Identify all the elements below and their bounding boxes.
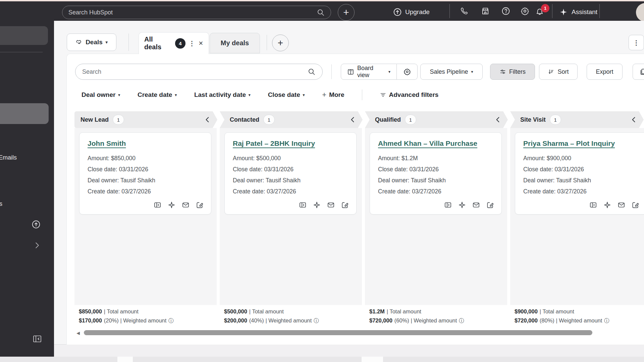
sidebar-item-partial[interactable]: s — [0, 200, 2, 207]
global-search-input[interactable] — [68, 9, 317, 16]
ai-sparkle-icon[interactable] — [168, 201, 175, 209]
weighted-amount: $170,000 — [79, 316, 102, 325]
deal-title-link[interactable]: John Smith — [88, 139, 126, 147]
preview-panel-icon[interactable] — [299, 201, 307, 209]
note-edit-icon[interactable] — [632, 201, 639, 209]
deal-owner: Deal owner: Tausif Shaikh — [88, 175, 203, 186]
sort-button[interactable]: Sort — [539, 64, 578, 80]
email-icon[interactable] — [618, 201, 625, 209]
ai-sparkle-icon[interactable] — [313, 201, 321, 209]
filter-close-date[interactable]: Close date▾ — [268, 91, 305, 99]
pipeline-selector-button[interactable]: Sales Pipeline ▾ — [420, 64, 483, 80]
deal-card[interactable]: Priya Sharma – Plot Inquiry Amount: $900… — [515, 132, 644, 215]
advanced-filters-button[interactable]: Advanced filters — [380, 91, 439, 99]
column-name: New Lead — [80, 116, 109, 123]
column-collapse-icon[interactable] — [495, 117, 500, 123]
filter-more-label: More — [329, 91, 344, 99]
sliders-icon — [499, 68, 506, 75]
horizontal-scrollbar[interactable] — [84, 330, 592, 335]
global-create-button[interactable]: + — [338, 4, 355, 21]
card-quick-actions — [154, 201, 204, 209]
preview-panel-icon[interactable] — [154, 201, 161, 209]
board-view-button[interactable]: Board view ▾ — [341, 64, 397, 80]
ai-sparkle-icon[interactable] — [458, 201, 466, 209]
info-icon[interactable]: ⓘ — [168, 316, 174, 325]
view-settings-gear-button[interactable] — [397, 64, 418, 80]
board-search[interactable] — [75, 64, 323, 80]
card-quick-actions — [589, 201, 639, 209]
tab-options-kebab-icon[interactable]: ⋮ — [189, 40, 195, 47]
board-view-label: Board view — [357, 65, 385, 79]
filter-more[interactable]: +More — [322, 90, 344, 99]
info-icon[interactable]: ⓘ — [604, 316, 609, 325]
view-options-kebab-button[interactable]: ⋮ — [629, 35, 644, 50]
email-icon[interactable] — [327, 201, 335, 209]
tab-all-deals[interactable]: All deals 4 ⋮ ✕ — [139, 32, 209, 54]
preview-panel-icon[interactable] — [589, 201, 597, 209]
sidebar-upgrade-icon[interactable] — [32, 220, 41, 229]
column-count-badge: 1 — [113, 115, 124, 125]
deal-title-link[interactable]: Raj Patel – 2BHK Inquiry — [233, 139, 315, 147]
board-column-new-lead: New Lead 1 John Smith Amount: $850,000 C… — [74, 111, 220, 333]
filter-create-date[interactable]: Create date▾ — [138, 91, 177, 99]
upgrade-button[interactable]: Upgrade — [393, 3, 430, 21]
sidebar-expand-chevron-icon[interactable] — [35, 242, 40, 249]
column-collapse-icon[interactable] — [350, 117, 355, 123]
filter-deal-owner-label: Deal owner — [82, 91, 115, 99]
note-edit-icon[interactable] — [486, 201, 494, 209]
email-icon[interactable] — [472, 201, 480, 209]
info-icon[interactable]: ⓘ — [459, 316, 464, 325]
clipboard-button[interactable] — [633, 64, 644, 80]
help-icon[interactable] — [501, 7, 510, 15]
note-edit-icon[interactable] — [196, 201, 204, 209]
bottom-cutoff-content — [0, 357, 644, 362]
column-footer: $500,000| Total amount $200,000(40%) | W… — [224, 307, 362, 325]
search-icon — [317, 8, 325, 16]
add-view-button[interactable]: + — [272, 35, 289, 51]
email-icon[interactable] — [182, 201, 190, 209]
deal-owner: Deal owner: Tausif Shaikh — [233, 175, 348, 186]
sidebar-nav-block-highlighted[interactable] — [0, 103, 49, 124]
gear-icon — [404, 68, 411, 75]
weighted-amount: $200,000 — [224, 316, 247, 325]
total-amount: $850,000 — [79, 307, 102, 316]
deal-card[interactable]: John Smith Amount: $850,000 Close date: … — [79, 132, 211, 215]
column-collapse-icon[interactable] — [631, 117, 636, 123]
board-column-site-visit: Site Visit 1 Priya Sharma – Plot Inquiry… — [510, 111, 644, 333]
info-icon[interactable]: ⓘ — [314, 316, 319, 325]
deal-title-link[interactable]: Priya Sharma – Plot Inquiry — [523, 139, 615, 147]
tab-my-deals[interactable]: My deals — [210, 33, 260, 53]
note-edit-icon[interactable] — [341, 201, 349, 209]
top-navigation-bar: + Upgrade 1 Assistant — [0, 1, 644, 21]
filters-button[interactable]: Filters — [490, 64, 535, 80]
nav-divider — [552, 4, 552, 18]
column-collapse-icon[interactable] — [205, 117, 210, 123]
object-switcher-label: Deals — [86, 39, 103, 46]
tab-close-icon[interactable]: ✕ — [199, 40, 203, 47]
deal-card[interactable]: Raj Patel – 2BHK Inquiry Amount: $500,00… — [224, 132, 357, 215]
calling-icon[interactable] — [460, 7, 469, 15]
scroll-left-arrow-icon[interactable]: ◀ — [76, 330, 80, 336]
avatar[interactable] — [636, 3, 644, 22]
deal-title-link[interactable]: Ahmed Khan – Villa Purchase — [378, 139, 477, 147]
object-switcher-deals[interactable]: Deals ▾ — [67, 34, 116, 51]
assistant-button[interactable]: Assistant — [559, 3, 597, 21]
sidebar-item-emails[interactable]: Emails — [0, 154, 17, 161]
sidebar-collapse-icon[interactable] — [33, 335, 42, 343]
ai-sparkle-icon[interactable] — [603, 201, 611, 209]
board-search-input[interactable] — [82, 68, 308, 75]
sidebar-nav-block[interactable] — [0, 26, 48, 45]
bottom-cutoff-gap — [117, 357, 133, 362]
filter-deal-owner[interactable]: Deal owner▾ — [82, 91, 120, 99]
deal-owner: Deal owner: Tausif Shaikh — [378, 175, 493, 186]
export-button[interactable]: Export — [587, 64, 623, 80]
chevron-down-icon: ▾ — [388, 69, 390, 74]
marketplace-icon[interactable] — [481, 7, 490, 15]
filter-last-activity-date[interactable]: Last activity date▾ — [194, 91, 251, 99]
global-search[interactable] — [62, 6, 331, 19]
column-count-badge: 1 — [550, 115, 561, 125]
card-quick-actions — [444, 201, 494, 209]
deal-card[interactable]: Ahmed Khan – Villa Purchase Amount: $1.2… — [370, 132, 502, 215]
settings-icon[interactable] — [521, 7, 529, 15]
preview-panel-icon[interactable] — [444, 201, 452, 209]
